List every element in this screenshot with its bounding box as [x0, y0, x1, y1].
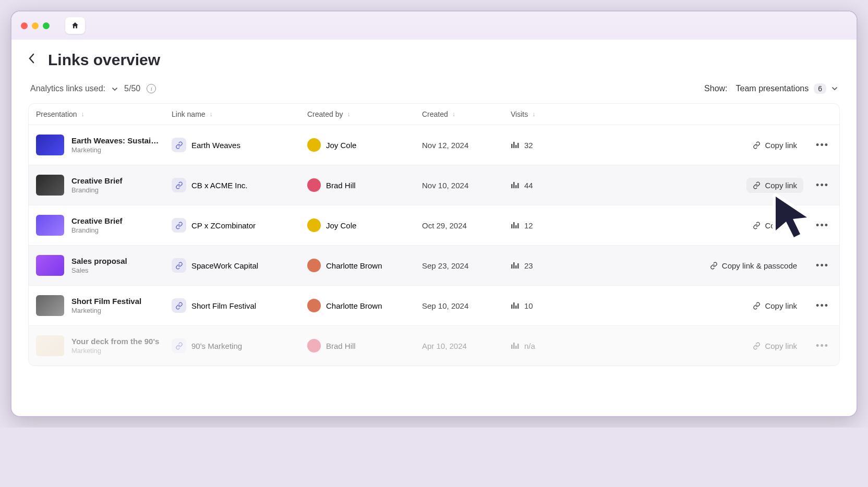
table-row[interactable]: Short Film Festival Marketing Short Film…: [29, 286, 839, 326]
copy-link-label: Copy link: [765, 141, 797, 150]
link-icon: [175, 222, 183, 229]
table-row[interactable]: Creative Brief Branding CB x ACME Inc. B…: [29, 165, 839, 205]
info-icon[interactable]: i: [147, 84, 156, 93]
cell-visits: 32: [511, 141, 584, 150]
titlebar: [11, 11, 857, 40]
link-icon: [175, 302, 183, 310]
maximize-window-button[interactable]: [43, 22, 50, 29]
header-row: Links overview: [28, 51, 840, 69]
cell-visits: n/a: [511, 342, 584, 350]
presentation-title: Creative Brief: [71, 216, 123, 225]
cell-link-name: Short Film Festival: [172, 298, 307, 313]
sort-arrow-icon: ↓: [81, 111, 85, 118]
copy-link-button[interactable]: Copy link: [746, 218, 803, 233]
svg-rect-10: [515, 225, 517, 228]
svg-rect-22: [515, 346, 517, 349]
col-link-name[interactable]: Link name↓: [172, 110, 307, 118]
user-avatar: [307, 178, 321, 192]
copy-link-button[interactable]: Copy link: [746, 178, 803, 193]
filter-dropdown[interactable]: Team presentations 6: [736, 83, 838, 94]
cell-visits: 23: [511, 261, 584, 270]
cell-actions: Copy link •••: [584, 218, 832, 233]
user-name: Charlotte Brown: [326, 261, 382, 270]
cell-link-name: 90's Marketing: [172, 338, 307, 353]
copy-link-button[interactable]: Copy link & passcode: [704, 258, 803, 273]
copy-link-button[interactable]: Copy link: [746, 298, 803, 313]
link-icon: [175, 342, 183, 350]
more-actions-button[interactable]: •••: [813, 180, 832, 191]
svg-rect-17: [513, 302, 515, 309]
svg-rect-0: [511, 144, 513, 148]
presentation-category: Marketing: [71, 347, 159, 355]
minimize-window-button[interactable]: [32, 22, 39, 29]
presentation-title: Earth Weaves: Sustainabl...: [71, 136, 163, 145]
more-actions-button[interactable]: •••: [813, 220, 832, 231]
cell-created-date: Sep 10, 2024: [422, 301, 511, 310]
app-window: Links overview Analytics links used: 5/5…: [10, 10, 858, 417]
col-presentation[interactable]: Presentation↓: [36, 110, 172, 118]
col-created[interactable]: Created↓: [422, 110, 511, 118]
svg-rect-14: [515, 265, 517, 269]
presentation-thumbnail[interactable]: [36, 215, 64, 236]
home-icon: [71, 21, 79, 30]
table-row[interactable]: Earth Weaves: Sustainabl... Marketing Ea…: [29, 125, 839, 165]
col-visits[interactable]: Visits↓: [511, 110, 584, 118]
back-button[interactable]: [28, 53, 39, 67]
cell-created-by: Joy Cole: [307, 218, 422, 232]
svg-rect-1: [513, 142, 515, 148]
presentation-title: Sales proposal: [71, 257, 127, 265]
cell-presentation: Earth Weaves: Sustainabl... Marketing: [36, 135, 172, 155]
svg-rect-23: [517, 344, 519, 349]
bar-chart-icon: [511, 261, 519, 269]
link-name-text: CP x ZCombinator: [191, 221, 256, 230]
analytics-dropdown[interactable]: [112, 85, 118, 93]
more-actions-button[interactable]: •••: [813, 340, 832, 351]
filter-right: Show: Team presentations 6: [704, 83, 838, 94]
svg-rect-3: [517, 143, 519, 148]
cell-link-name: Earth Weaves: [172, 138, 307, 152]
more-actions-button[interactable]: •••: [813, 260, 832, 271]
col-created-by[interactable]: Created by↓: [307, 110, 422, 118]
svg-rect-16: [511, 305, 513, 309]
table-row[interactable]: Creative Brief Branding CP x ZCombinator…: [29, 205, 839, 246]
sort-arrow-icon: ↓: [210, 111, 213, 118]
svg-rect-15: [517, 263, 519, 269]
home-button[interactable]: [65, 17, 85, 34]
visits-count: 44: [524, 181, 533, 190]
copy-link-button[interactable]: Copy link: [746, 338, 803, 354]
more-actions-button[interactable]: •••: [813, 140, 832, 151]
presentation-thumbnail[interactable]: [36, 175, 64, 196]
links-table: Presentation↓ Link name↓ Created by↓ Cre…: [28, 103, 840, 366]
cell-link-name: SpaceWork Capital: [172, 258, 307, 273]
copy-link-button[interactable]: Copy link: [746, 138, 803, 153]
link-icon: [753, 222, 761, 229]
svg-rect-21: [513, 343, 515, 349]
sort-arrow-icon: ↓: [532, 111, 535, 118]
table-row[interactable]: Sales proposal Sales SpaceWork Capital C…: [29, 246, 839, 286]
bar-chart-icon: [511, 181, 519, 188]
cell-visits: 10: [511, 301, 584, 310]
svg-rect-4: [511, 184, 513, 188]
presentation-thumbnail[interactable]: [36, 335, 64, 356]
bar-chart-icon: [511, 301, 519, 309]
cell-presentation: Short Film Festival Marketing: [36, 295, 172, 316]
link-name-text: 90's Marketing: [191, 342, 242, 350]
close-window-button[interactable]: [21, 22, 28, 29]
user-avatar: [307, 138, 321, 152]
presentation-category: Sales: [71, 266, 127, 274]
user-avatar: [307, 339, 321, 352]
presentation-thumbnail[interactable]: [36, 135, 64, 155]
analytics-link-icon: [172, 178, 186, 192]
link-icon: [710, 262, 718, 270]
cell-created-by: Brad Hill: [307, 339, 422, 352]
svg-rect-8: [511, 224, 513, 228]
content-area: Links overview Analytics links used: 5/5…: [11, 40, 857, 387]
presentation-title: Short Film Festival: [71, 297, 141, 306]
link-icon: [175, 262, 183, 270]
user-name: Joy Cole: [326, 221, 356, 230]
more-actions-button[interactable]: •••: [813, 300, 832, 311]
traffic-lights: [21, 22, 50, 29]
presentation-thumbnail[interactable]: [36, 255, 64, 276]
table-row[interactable]: Your deck from the 90's Marketing 90's M…: [29, 326, 839, 366]
presentation-thumbnail[interactable]: [36, 295, 64, 316]
